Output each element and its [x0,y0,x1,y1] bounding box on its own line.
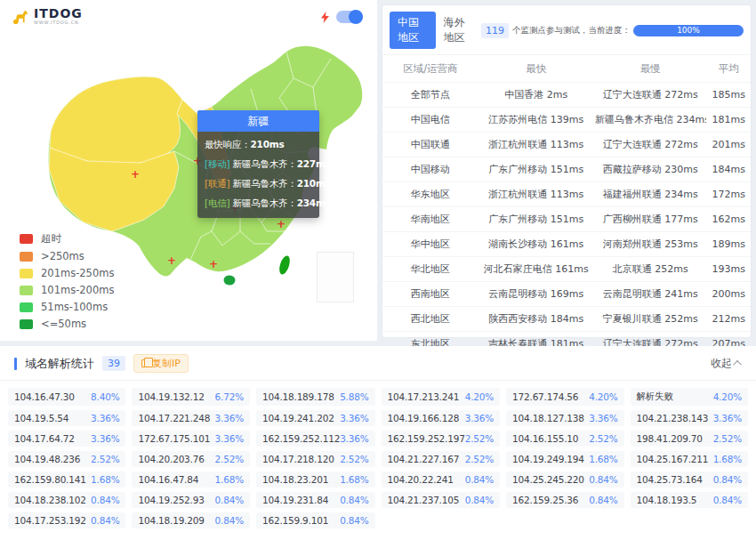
cell-fastest: 江苏苏州电信 139ms [479,108,594,133]
cell-average: 189ms [706,232,751,257]
ip-address: 104.21.237.105 [388,495,460,505]
collapse-button[interactable]: 收起 [711,356,742,371]
cell-fastest: 广东广州移动 151ms [479,157,594,182]
legend-swatch [20,252,33,262]
dns-ip-cell: 104.18.19.2090.84% [132,512,249,528]
legend-swatch [20,319,33,329]
tab-china-region[interactable]: 中国地区 [390,12,436,49]
ip-address: 104.18.23.201 [262,474,328,485]
legend-item: 101ms-200ms [20,284,114,296]
ip-address: 162.159.252.197 [388,433,465,444]
toggle-knob [349,10,363,24]
tab-overseas-region[interactable]: 海外地区 [436,12,482,49]
cell-fastest: 河北石家庄电信 161ms [479,257,594,282]
ip-address: 解析失败 [637,391,673,403]
ip-percentage: 4.20% [465,391,494,402]
copy-icon [141,359,149,367]
legend-label: 201ms-250ms [41,267,114,279]
dns-ip-cell: 162.159.25.360.84% [506,492,623,508]
dns-ip-cell: 104.25.73.1640.84% [631,471,748,488]
ip-percentage: 6.72% [215,391,244,402]
ip-address: 104.18.189.178 [262,391,334,402]
ip-address: 104.19.231.84 [262,495,328,505]
ip-address: 104.19.5.54 [14,413,68,423]
ip-percentage: 3.36% [91,433,119,444]
monitor-count-badge: 119 [481,23,509,38]
ip-address: 104.18.127.138 [512,413,584,423]
ip-address: 104.18.193.5 [637,495,697,505]
dns-ip-cell: 104.17.64.723.36% [8,431,125,447]
cell-fastest: 湖南长沙移动 161ms [479,232,594,257]
logo: ITDOG WWW.ITDOG.CN [12,8,83,25]
ip-percentage: 1.68% [215,474,244,485]
dns-ip-cell: 104.16.47.308.40% [8,388,125,406]
map-card: ITDOG WWW.ITDOG.CN 超时>250ms201ms-250ms10… [0,0,377,341]
ip-percentage: 1.68% [713,454,742,464]
map-region-taiwan [277,254,292,276]
monitor-point-marker: + [209,261,218,268]
cell-slowest: 辽宁大连联通 272ms [594,133,706,157]
ip-percentage: 0.84% [589,474,617,485]
legend-label: <=50ms [41,318,86,330]
cell-average: 193ms [706,257,751,282]
dns-ip-cell: 104.17.253.1920.84% [8,512,125,528]
ip-percentage: 2.52% [465,454,494,464]
tooltip-fastest: 最快响应：210ms [205,139,312,151]
copy-ip-button[interactable]: 复制IP [133,354,189,373]
legend-swatch [20,269,33,278]
ip-percentage: 3.36% [340,433,368,444]
ip-percentage: 0.84% [340,515,368,526]
ip-address: 104.16.47.84 [138,474,198,485]
legend-item: >250ms [20,250,114,262]
region-latency-table: 区域/运营商 最快 最慢 平均 全部节点中国香港 2ms辽宁大连联通 272ms… [382,55,751,381]
ip-address: 172.67.174.56 [512,391,578,402]
ip-percentage: 0.84% [91,495,119,505]
cell-region: 华南地区 [382,207,479,232]
ip-address: 104.25.73.164 [637,474,703,485]
dns-ip-cell: 104.19.252.930.84% [132,492,249,508]
cell-slowest: 云南昆明联通 241ms [594,282,706,307]
cell-slowest: 辽宁大连联通 272ms [594,83,706,108]
ip-address: 104.17.218.120 [262,454,334,464]
ip-address: 104.19.252.93 [138,495,204,505]
cell-fastest: 云南昆明移动 169ms [479,282,594,307]
ip-percentage: 0.84% [589,495,617,505]
ip-address: 104.16.155.10 [512,433,578,444]
results-card: 中国地区 海外地区 119 个监测点参与测试，当前进度： 100% 区域/运营商… [382,4,752,338]
fast-mode-toggle[interactable] [336,11,363,23]
dns-ip-cell: 104.16.155.102.52% [506,431,623,447]
cell-slowest: 广西柳州联通 177ms [594,207,706,232]
ip-percentage: 3.36% [340,413,368,423]
monitor-point-marker: + [131,171,140,178]
dns-count-badge: 39 [102,356,125,371]
dns-ip-cell: 104.19.231.840.84% [256,492,375,508]
dns-ip-cell: 172.67.175.1013.36% [132,431,249,447]
legend-item: 51ms-100ms [20,301,114,313]
cell-average: 200ms [706,282,751,307]
dns-ip-cell: 104.21.227.1672.52% [382,451,501,467]
dns-ip-cell: 162.159.252.1972.52% [382,431,501,447]
ip-address: 162.159.80.141 [14,474,86,485]
cell-region: 华北地区 [382,257,479,282]
tooltip-isp-row: [移动] 新疆乌鲁木齐：227ms [205,158,312,171]
ip-percentage: 0.84% [340,495,368,505]
monitor-point-marker: + [277,221,286,228]
ip-address: 162.159.25.36 [512,495,578,505]
cell-average: 172ms [706,182,751,207]
cell-slowest: 新疆乌鲁木齐电信 234ms [594,108,706,133]
table-row: 华北地区河北石家庄电信 161ms北京联通 252ms193ms [382,257,751,282]
cell-slowest: 西藏拉萨移动 230ms [594,157,706,182]
progress-bar: 100% [633,25,744,36]
table-row: 中国移动广东广州移动 151ms西藏拉萨移动 230ms184ms [382,157,751,182]
table-header-row: 区域/运营商 最快 最慢 平均 [382,55,751,83]
cell-fastest: 陕西西安移动 184ms [479,307,594,332]
cell-average: 185ms [706,83,751,108]
ip-percentage: 1.68% [589,454,617,464]
cell-slowest: 北京联通 252ms [594,257,706,282]
legend-item: <=50ms [20,318,114,330]
dns-ip-cell: 104.19.5.543.36% [8,410,125,426]
cell-fastest: 广东广州移动 151ms [479,207,594,232]
ip-percentage: 2.52% [340,454,368,464]
legend-item: 201ms-250ms [20,267,114,279]
cell-region: 全部节点 [382,83,479,108]
